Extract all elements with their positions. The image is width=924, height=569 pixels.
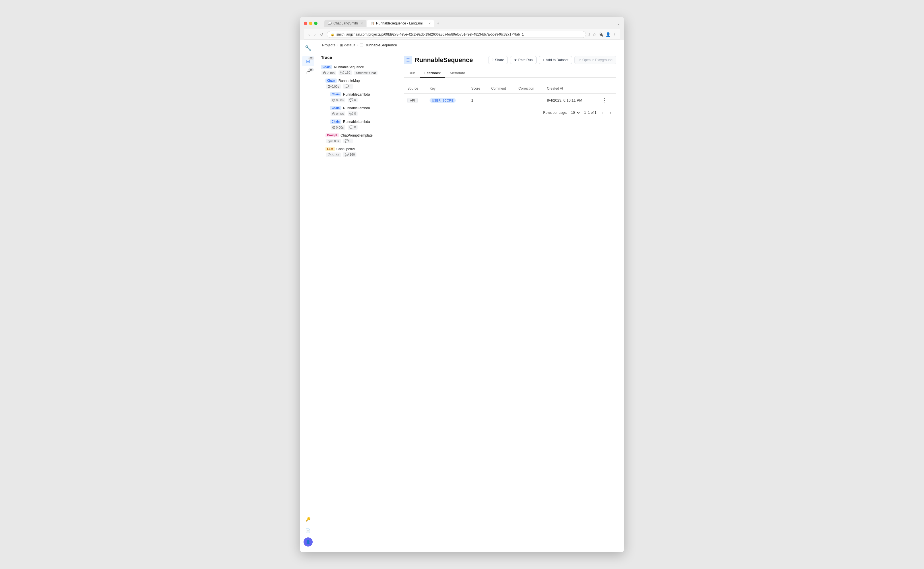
share-icon: ⤴ xyxy=(492,58,494,62)
breadcrumb-default[interactable]: ⊞ default xyxy=(340,43,355,47)
address-bar: ‹ › ↺ 🔒 smith.langchain.com/projects/p/0… xyxy=(304,29,620,40)
share-button[interactable]: ⤴ Share xyxy=(488,56,508,64)
datasets-badge: 16 xyxy=(309,68,313,72)
forward-button[interactable]: › xyxy=(313,32,317,37)
docs-button[interactable]: 📄 xyxy=(304,526,313,535)
user-avatar[interactable]: 👤 xyxy=(304,537,313,546)
tab2-icon: 📋 xyxy=(371,21,374,25)
browser-window: 💬 Chat LangSmith ✕ 📋 RunnableSequence - … xyxy=(300,17,624,552)
trace-tokens-1: 💬 0 xyxy=(343,84,353,89)
row-more-button[interactable]: ⋮ xyxy=(600,96,609,104)
close-window-button[interactable] xyxy=(304,21,307,25)
rate-run-button[interactable]: ★ Rate Run xyxy=(510,56,536,64)
url-bar[interactable]: 🔒 smith.langchain.com/projects/p/00fd927… xyxy=(327,31,586,38)
col-comment: Comment xyxy=(488,84,515,94)
plus-icon: + xyxy=(543,58,544,62)
trace-name-2: RunnableLambda xyxy=(343,93,370,96)
content-area: Trace Chain RunnableSequence 2.19s xyxy=(316,50,624,552)
trace-name-4: RunnableLambda xyxy=(343,120,370,124)
reload-button[interactable]: ↺ xyxy=(319,32,325,37)
add-to-dataset-button[interactable]: + Add to Dataset xyxy=(539,56,572,64)
cell-more: ⋮ xyxy=(597,94,616,107)
cell-score: 1 xyxy=(468,94,488,107)
detail-title: RunnableSequence xyxy=(415,56,473,64)
share-browser-icon[interactable]: ⤴ xyxy=(588,32,590,37)
browser-tabs: 💬 Chat LangSmith ✕ 📋 RunnableSequence - … xyxy=(324,20,595,27)
tab-metadata[interactable]: Metadata xyxy=(445,68,470,78)
logo-icon: 🔧 xyxy=(305,45,311,51)
browser-action-buttons: ⤴ ☆ 🔌 👤 ⋮ xyxy=(588,32,617,37)
new-tab-button[interactable]: + xyxy=(435,20,442,27)
tab1-label: Chat LangSmith xyxy=(333,21,358,25)
browser-menu-icon[interactable]: ⋮ xyxy=(613,32,617,37)
tab1-close[interactable]: ✕ xyxy=(361,22,363,25)
sidebar-item-datasets[interactable]: 🗃 16 xyxy=(302,67,315,78)
pagination-prev[interactable]: ‹ xyxy=(600,110,605,116)
trace-tag-0: Streamlit Chat xyxy=(354,70,377,75)
trace-badge-0: Chain xyxy=(321,65,332,69)
sidebar: 🔧 ⊞ 87 🗃 16 🔑 📄 👤 xyxy=(300,40,316,552)
pagination-next[interactable]: › xyxy=(608,110,613,116)
url-text: smith.langchain.com/projects/p/00fd9278-… xyxy=(336,32,582,37)
detail-panel: ☰ RunnableSequence ⤴ Share ★ Rate Run xyxy=(396,50,624,552)
col-actions xyxy=(597,84,616,94)
trace-time-1: 0.00s xyxy=(326,84,341,89)
document-icon: 📄 xyxy=(305,528,310,533)
star-icon: ★ xyxy=(514,58,517,62)
default-icon: ⊞ xyxy=(340,43,343,47)
trace-title: Trace xyxy=(316,55,396,63)
trace-time-2: 0.00s xyxy=(331,98,345,102)
browser-controls: 💬 Chat LangSmith ✕ 📋 RunnableSequence - … xyxy=(304,20,620,27)
trace-item-6[interactable]: LLM ChatOpenAI 2.18s 💬 160 xyxy=(316,145,396,159)
cell-source: API xyxy=(404,94,426,107)
trace-item-5[interactable]: Prompt ChatPromptTemplate 0.00s 💬 0 xyxy=(316,131,396,145)
back-button[interactable]: ‹ xyxy=(307,32,311,37)
trace-badge-4: Chain xyxy=(330,120,341,124)
rows-per-page: Rows per page: 10 25 50 xyxy=(543,110,581,116)
detail-title-row: ☰ RunnableSequence xyxy=(404,56,473,64)
trace-item-3[interactable]: Chain RunnableLambda 0.00s 💬 0 xyxy=(316,104,396,118)
detail-actions: ⤴ Share ★ Rate Run + Add to Dataset xyxy=(488,56,616,64)
col-score: Score xyxy=(468,84,488,94)
trace-badge-2: Chain xyxy=(330,92,341,96)
cell-correction xyxy=(515,94,543,107)
key-icon: 🔑 xyxy=(305,517,310,522)
detail-header: ☰ RunnableSequence ⤴ Share ★ Rate Run xyxy=(404,56,616,64)
browser-tab-2[interactable]: 📋 RunnableSequence - LangSmi... ✕ xyxy=(367,20,434,27)
window-menu-button[interactable]: ⌄ xyxy=(617,21,620,26)
breadcrumb-sep-2: › xyxy=(357,43,358,47)
sidebar-item-projects[interactable]: ⊞ 87 xyxy=(302,56,315,66)
detail-type-icon: ☰ xyxy=(404,56,412,64)
trace-item-2[interactable]: Chain RunnableLambda 0.00s 💬 0 xyxy=(316,90,396,104)
trace-item-4[interactable]: Chain RunnableLambda 0.00s 💬 0 xyxy=(316,118,396,131)
keys-button[interactable]: 🔑 xyxy=(304,515,313,524)
playground-icon: ↗ xyxy=(578,58,581,62)
profile-icon[interactable]: 👤 xyxy=(606,32,611,37)
extensions-icon[interactable]: 🔌 xyxy=(599,32,603,37)
bookmark-icon[interactable]: ☆ xyxy=(593,32,596,37)
trace-item-1[interactable]: Chain RunnableMap 0.00s 💬 0 xyxy=(316,77,396,90)
col-key: Key xyxy=(426,84,468,94)
tab-run[interactable]: Run xyxy=(404,68,420,78)
tab-feedback[interactable]: Feedback xyxy=(420,68,445,78)
current-icon: ☰ xyxy=(360,43,363,47)
maximize-window-button[interactable] xyxy=(314,21,318,25)
table-footer: Rows per page: 10 25 50 1–1 of 1 ‹ › xyxy=(404,107,616,118)
trace-tokens-2: 💬 0 xyxy=(348,97,357,102)
tab2-close[interactable]: ✕ xyxy=(429,22,431,25)
trace-tokens-5: 💬 0 xyxy=(343,138,353,143)
minimize-window-button[interactable] xyxy=(309,21,312,25)
avatar-icon: 👤 xyxy=(306,540,310,544)
feedback-table: Source Key Score Comment Correction Crea… xyxy=(404,84,616,107)
lock-icon: 🔒 xyxy=(331,33,334,37)
browser-tab-1[interactable]: 💬 Chat LangSmith ✕ xyxy=(324,20,366,27)
pagination-range: 1–1 of 1 xyxy=(584,111,596,115)
cell-key: USER_SCORE xyxy=(426,94,468,107)
breadcrumb-projects[interactable]: Projects xyxy=(322,43,336,47)
tab2-label: RunnableSequence - LangSmi... xyxy=(376,21,425,25)
breadcrumb-current: ☰ RunnableSequence xyxy=(360,43,397,47)
rows-per-page-select[interactable]: 10 25 50 xyxy=(569,110,581,116)
trace-item-0[interactable]: Chain RunnableSequence 2.19s 💬 160 Strea… xyxy=(316,63,396,77)
trace-name-1: RunnableMap xyxy=(339,79,360,83)
trace-panel: Trace Chain RunnableSequence 2.19s xyxy=(316,50,396,552)
